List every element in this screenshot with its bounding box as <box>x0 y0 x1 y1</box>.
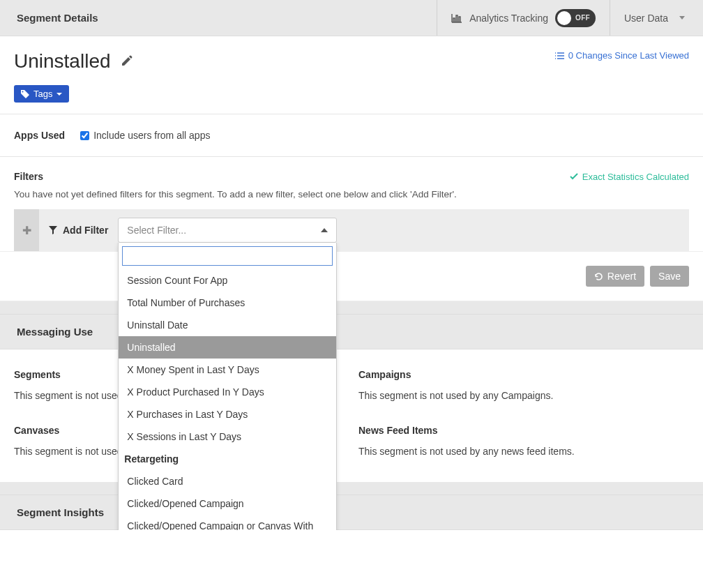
usage-newsfeed: News Feed Items This segment is not used… <box>358 425 689 457</box>
filters-block: Filters Exact Statistics Calculated You … <box>0 157 703 251</box>
apps-used-row: Apps Used Include users from all apps <box>0 114 703 156</box>
filters-title: Filters <box>14 171 43 182</box>
changes-since-viewed-link[interactable]: 0 Changes Since Last Viewed <box>554 50 689 61</box>
page-title: Uninstalled <box>14 50 111 73</box>
spacer <box>0 301 703 314</box>
revert-button[interactable]: Revert <box>586 266 644 287</box>
title-block: Uninstalled <box>14 50 133 73</box>
funnel-icon <box>49 226 57 234</box>
list-icon <box>554 52 564 60</box>
include-all-apps-checkbox-row[interactable]: Include users from all apps <box>80 130 210 141</box>
top-bar: Segment Details Analytics Tracking OFF U… <box>0 0 703 36</box>
check-icon <box>570 173 578 180</box>
tag-icon <box>21 90 29 98</box>
tags-button[interactable]: Tags <box>14 85 69 103</box>
add-filter-label-cell: Add Filter <box>39 209 118 251</box>
topbar-right: Analytics Tracking OFF User Data <box>437 0 689 36</box>
dropdown-item[interactable]: X Money Spent in Last Y Days <box>119 359 336 381</box>
caret-down-icon <box>56 93 62 96</box>
dropdown-item[interactable]: Session Count For App <box>119 269 336 292</box>
dropdown-item[interactable]: Clicked/Opened Campaign or Canvas With T… <box>119 515 336 530</box>
apps-used-label: Apps Used <box>14 130 65 141</box>
save-button[interactable]: Save <box>650 266 689 287</box>
dropdown-item[interactable]: Uninstalled <box>119 336 336 359</box>
usage-campaigns: Campaigns This segment is not used by an… <box>358 369 689 401</box>
tags-button-label: Tags <box>33 89 52 99</box>
dropdown-item[interactable]: X Purchases in Last Y Days <box>119 403 336 425</box>
page-title-row: Uninstalled <box>14 50 133 73</box>
filters-description: You have not yet defined filters for thi… <box>14 189 689 199</box>
dropdown-item[interactable]: X Product Purchased In Y Days <box>119 381 336 403</box>
messaging-use-grid: Segments This segment is not used Campai… <box>0 349 703 482</box>
usage-newsfeed-text: This segment is not used by any news fee… <box>358 446 689 457</box>
toggle-state-text: OFF <box>575 14 590 22</box>
exact-stats-link[interactable]: Exact Statistics Calculated <box>570 172 689 182</box>
add-filter-text: Add Filter <box>63 225 108 236</box>
bar-chart-icon <box>451 13 462 23</box>
usage-campaigns-text: This segment is not used by any Campaign… <box>358 390 689 401</box>
filter-search-input[interactable] <box>122 246 333 266</box>
user-data-dropdown[interactable]: User Data <box>610 0 689 36</box>
revert-button-label: Revert <box>607 271 636 282</box>
usage-campaigns-title: Campaigns <box>358 369 689 380</box>
plus-icon: ✚ <box>22 224 31 237</box>
changes-text: 0 Changes Since Last Viewed <box>568 50 689 61</box>
analytics-tracking-label: Analytics Tracking <box>469 13 548 24</box>
filter-dropdown-list[interactable]: Session Count For AppTotal Number of Pur… <box>119 269 336 530</box>
tags-row: Tags <box>0 85 703 114</box>
include-all-apps-checkbox[interactable] <box>80 131 89 140</box>
actions-row: Revert Save <box>0 251 703 301</box>
dropdown-search-wrap <box>119 243 336 269</box>
exact-stats-label: Exact Statistics Calculated <box>582 172 689 182</box>
user-data-label: User Data <box>624 13 668 24</box>
spacer <box>0 482 703 495</box>
messaging-use-header: Messaging Use <box>0 314 703 349</box>
page-header: Uninstalled 0 Changes Since Last Viewed <box>0 36 703 85</box>
add-filter-plus-button[interactable]: ✚ <box>14 209 39 251</box>
filter-select[interactable]: Select Filter... <box>118 218 337 243</box>
revert-icon <box>594 272 603 281</box>
dropdown-item[interactable]: Total Number of Purchases <box>119 292 336 314</box>
filters-header: Filters Exact Statistics Calculated <box>14 171 689 182</box>
filter-select-placeholder: Select Filter... <box>127 225 186 236</box>
dropdown-item[interactable]: X Sessions in Last Y Days <box>119 425 336 448</box>
analytics-tracking-section: Analytics Tracking OFF <box>437 0 610 36</box>
add-filter-row: ✚ Add Filter Select Filter... Session Co… <box>14 209 689 251</box>
dropdown-group-label: Retargeting <box>119 448 336 470</box>
toggle-knob <box>557 11 571 25</box>
usage-newsfeed-title: News Feed Items <box>358 425 689 436</box>
chevron-down-icon <box>679 16 685 20</box>
pencil-icon[interactable] <box>121 54 133 69</box>
dropdown-item[interactable]: Clicked Card <box>119 470 336 492</box>
include-all-apps-label: Include users from all apps <box>93 130 210 141</box>
caret-up-icon <box>321 228 328 232</box>
dropdown-item[interactable]: Uninstall Date <box>119 314 336 336</box>
filter-dropdown-panel: Session Count For AppTotal Number of Pur… <box>118 243 337 530</box>
dropdown-item[interactable]: Clicked/Opened Campaign <box>119 492 336 515</box>
filter-select-wrap: Select Filter... Session Count For AppTo… <box>118 209 337 251</box>
segment-insights-header: Segment Insights <box>0 495 703 530</box>
save-button-label: Save <box>658 271 681 282</box>
analytics-tracking-toggle[interactable]: OFF <box>555 9 596 27</box>
page-section-title: Segment Details <box>17 12 98 24</box>
